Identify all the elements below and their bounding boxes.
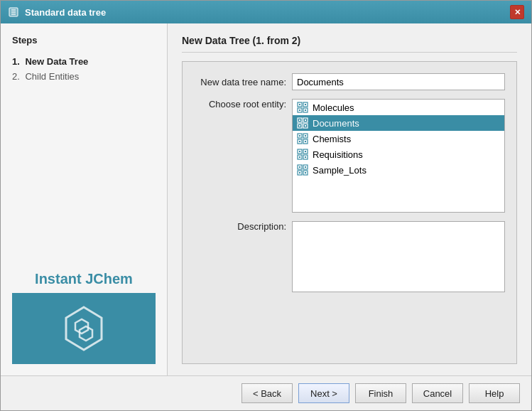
section-title: New Data Tree (1. from 2)	[182, 35, 517, 53]
sidebar: Steps 1. New Data Tree 2. Child Entities…	[1, 23, 168, 375]
tree-icon	[8, 6, 19, 18]
entity-item-chemists[interactable]: Chemists	[293, 131, 504, 146]
entity-grid-icon-requisitions	[297, 149, 308, 160]
entity-item-molecules[interactable]: Molecules	[293, 100, 504, 115]
name-label: New data tree name:	[194, 77, 286, 87]
entity-item-requisitions[interactable]: Requisitions	[293, 146, 504, 162]
form-area: New data tree name: Choose root entity:	[182, 61, 517, 364]
entity-row: Choose root entity:	[194, 99, 505, 213]
steps-list: 1. New Data Tree 2. Child Entities	[12, 54, 156, 84]
svg-rect-43	[299, 166, 300, 168]
title-bar: Standard data tree ✕	[1, 1, 531, 23]
main-content: New Data Tree (1. from 2) New data tree …	[168, 23, 531, 375]
name-row: New data tree name:	[194, 73, 505, 90]
entity-item-sample-lots[interactable]: Sample_Lots	[293, 162, 504, 178]
dialog-title: Standard data tree	[25, 7, 106, 18]
entity-label-chemists: Chemists	[313, 134, 351, 144]
back-button[interactable]: < Back	[241, 383, 293, 403]
svg-rect-46	[305, 172, 306, 174]
entity-list[interactable]: Molecules	[292, 99, 505, 213]
svg-rect-35	[299, 151, 300, 152]
svg-rect-13	[299, 110, 300, 111]
entity-grid-icon-sample-lots	[297, 164, 308, 176]
step-item-1: 1. New Data Tree	[12, 54, 156, 69]
help-button[interactable]: Help	[469, 383, 520, 403]
hexagon-icon	[55, 300, 112, 357]
svg-rect-22	[305, 125, 306, 127]
name-input[interactable]	[292, 73, 505, 90]
svg-rect-28	[305, 135, 306, 137]
entity-grid-icon-molecules	[297, 102, 308, 113]
svg-rect-38	[305, 156, 306, 158]
svg-rect-27	[299, 135, 300, 137]
sidebar-bottom: Instant JChem	[12, 84, 156, 364]
step-1-label: New Data Tree	[25, 56, 88, 67]
step-2-label: Child Entities	[25, 71, 79, 82]
steps-title: Steps	[12, 35, 156, 46]
entity-grid-icon-chemists	[297, 133, 308, 144]
entity-label-documents: Documents	[313, 118, 359, 129]
svg-rect-19	[299, 119, 300, 121]
close-button[interactable]: ✕	[510, 5, 524, 19]
svg-rect-21	[299, 125, 300, 127]
dialog-window: Standard data tree ✕ Steps 1. New Data T…	[0, 0, 532, 411]
svg-rect-36	[305, 151, 306, 152]
svg-rect-30	[305, 141, 306, 142]
svg-rect-11	[299, 104, 300, 105]
svg-rect-20	[305, 119, 306, 121]
cancel-button[interactable]: Cancel	[412, 383, 463, 403]
step-2-number: 2.	[12, 71, 20, 82]
step-item-2: 2. Child Entities	[12, 69, 156, 84]
entity-grid-icon-documents	[297, 117, 308, 129]
entity-label-requisitions: Requisitions	[313, 149, 363, 160]
svg-rect-37	[299, 156, 300, 158]
finish-button[interactable]: Finish	[355, 383, 406, 403]
step-1-number: 1.	[12, 56, 20, 67]
description-row: Description:	[194, 221, 505, 352]
entity-label-sample-lots: Sample_Lots	[313, 165, 367, 176]
svg-rect-14	[305, 110, 306, 111]
svg-rect-12	[305, 104, 306, 105]
description-textarea[interactable]	[292, 221, 505, 292]
next-button[interactable]: Next >	[298, 383, 349, 403]
dialog-body: Steps 1. New Data Tree 2. Child Entities…	[1, 23, 531, 375]
entity-label: Choose root entity:	[194, 99, 286, 110]
description-label: Description:	[194, 221, 286, 232]
svg-rect-45	[299, 172, 300, 174]
brand-name: Instant JChem	[12, 271, 156, 287]
title-bar-left: Standard data tree	[8, 6, 106, 18]
dialog-footer: < Back Next > Finish Cancel Help	[1, 375, 531, 410]
svg-rect-29	[299, 141, 300, 142]
entity-item-documents[interactable]: Documents	[293, 115, 504, 131]
brand-logo	[12, 293, 156, 364]
entity-label-molecules: Molecules	[313, 102, 354, 113]
svg-rect-44	[305, 166, 306, 168]
